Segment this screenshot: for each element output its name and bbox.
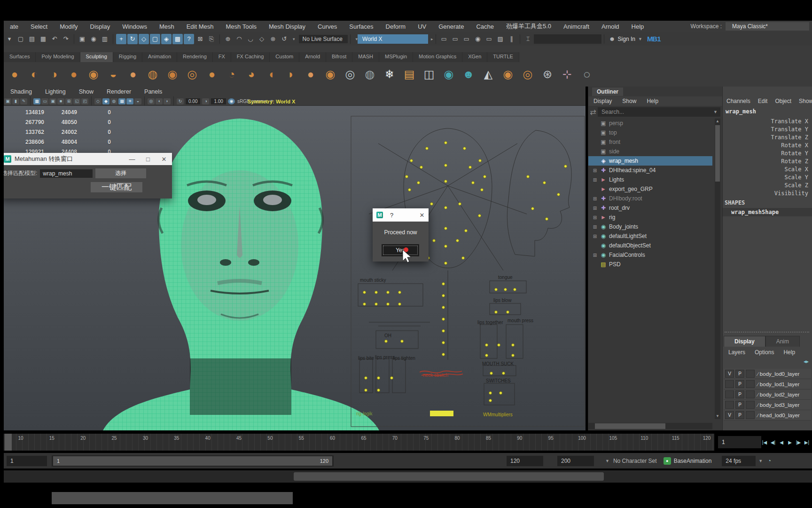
outliner-item-front[interactable]: ▣front (588, 137, 712, 147)
worldx-caret-icon[interactable]: ▸ (431, 37, 433, 41)
snap-plane-icon[interactable]: ◇ (257, 34, 267, 44)
anim-layer-dropdown[interactable]: BaseAnimation (674, 458, 712, 464)
smooth-tool-icon[interactable]: ◐ (25, 65, 44, 84)
outliner-item-psd[interactable]: ▤PSD (588, 260, 712, 269)
sign-in-caret-icon[interactable]: ▼ (638, 37, 642, 41)
channel-scale-x[interactable]: Scale X (723, 166, 810, 174)
foamy-tool-icon[interactable]: ● (124, 65, 142, 84)
facial-control-dot[interactable] (430, 202, 433, 206)
layer-row-body_lod3_layer[interactable]: P∕body_lod3_layer (724, 400, 811, 410)
brain-icon[interactable]: ◌ (578, 65, 596, 84)
facial-control-dot[interactable] (398, 302, 401, 306)
facial-control-dot[interactable] (444, 227, 447, 230)
facial-control-dot[interactable] (442, 306, 445, 309)
panel-menu-renderer[interactable]: Renderer (100, 88, 138, 95)
scale-tool-icon[interactable]: ◇ (139, 34, 149, 44)
sculpt-mask-icon[interactable]: ◭ (479, 65, 498, 84)
step-forward-key-button[interactable]: |▶ (794, 436, 803, 448)
ipr-render-icon[interactable]: ▭ (461, 34, 472, 44)
facial-control-dot[interactable] (444, 245, 447, 248)
proceed-dialog-titlebar[interactable]: M ? ✕ (373, 208, 429, 222)
shelf-tab-rigging[interactable]: Rigging (113, 52, 142, 62)
menu-item-modify[interactable]: Modify (54, 23, 84, 30)
outliner-menu-help[interactable]: Help (641, 98, 664, 104)
gear-pair-icon[interactable]: ⊛ (538, 65, 557, 84)
menu-item-help[interactable]: Help (625, 23, 650, 30)
snap-curve-icon[interactable]: ◠ (234, 34, 244, 44)
facial-control-dot[interactable] (390, 376, 393, 380)
character-set-dropdown[interactable]: No Character Set (613, 458, 657, 464)
go-to-start-button[interactable]: |◀ (760, 436, 769, 448)
pinch-tool-icon[interactable]: ◉ (84, 65, 103, 84)
panel-menu-lighting[interactable]: Lighting (39, 88, 72, 95)
layer-row-body_lod2_layer[interactable]: P∕body_lod2_layer (724, 389, 811, 400)
facial-control-dot[interactable] (511, 343, 515, 347)
image-plane-icon[interactable]: ✎ (20, 98, 27, 104)
shelf-tab-xgen[interactable]: XGen (462, 52, 487, 62)
facial-control-dot[interactable] (442, 329, 445, 333)
playback-toggle[interactable]: P (735, 401, 744, 409)
facial-control-dot[interactable] (564, 165, 567, 168)
perspective-viewport[interactable]: ShadingLightingShowRendererPanels ▣ ▮ ✎ … (4, 87, 586, 430)
facial-control-dot[interactable] (386, 302, 390, 306)
menu-item-display[interactable]: Display (84, 23, 117, 30)
facial-control-dot[interactable] (442, 282, 445, 286)
menu-item-curves[interactable]: Curves (312, 23, 343, 30)
render-view-icon[interactable]: ▭ (439, 34, 449, 44)
menu-item-generate[interactable]: Generate (432, 23, 470, 30)
launch-app-icon[interactable]: ▨ (495, 34, 506, 44)
kinect-icon[interactable]: ◉ (439, 65, 458, 84)
id-card-icon[interactable]: ▤ (400, 65, 419, 84)
facial-control-dot[interactable] (384, 340, 388, 343)
panel-menu-show[interactable]: Show (72, 88, 100, 95)
person-icon[interactable]: ☻ (459, 65, 478, 84)
facial-control-dot[interactable] (478, 159, 482, 162)
facial-control-dot[interactable] (420, 166, 423, 169)
axis-icon[interactable]: ⊹ (558, 65, 577, 84)
menu-item--5-0[interactable]: 劲爆羊工具盒5.0 (500, 22, 557, 31)
save-scene-icon[interactable]: ▦ (38, 34, 48, 44)
channel-menu-object[interactable]: Object (771, 98, 795, 104)
color-swatch[interactable] (746, 390, 755, 398)
facial-control-dot[interactable] (398, 291, 401, 294)
menu-item-mesh-tools[interactable]: Mesh Tools (220, 23, 263, 30)
scrape-tool-icon[interactable]: ◔ (222, 65, 241, 84)
facial-control-dot[interactable] (410, 159, 413, 162)
facial-control-dot[interactable] (489, 399, 492, 402)
facial-control-dot[interactable] (557, 193, 560, 196)
outliner-item-facialcontrols[interactable]: ⊞◉FacialControls (588, 250, 712, 260)
anim-end-field[interactable]: 200 (557, 456, 594, 466)
facial-control-dot[interactable] (506, 310, 509, 314)
outliner-item-lights[interactable]: ⊞►Lights (588, 175, 712, 184)
wireframe-on-shaded-icon[interactable]: ▩ (118, 98, 125, 104)
expand-icon[interactable]: ⊞ (592, 206, 598, 211)
filter-icon[interactable]: ⇄ (588, 108, 598, 117)
snap-grid-icon[interactable]: ⊕ (223, 34, 233, 44)
playback-end-field[interactable]: 120 (507, 456, 543, 466)
facial-control-dot[interactable] (456, 239, 459, 242)
select-by-component-icon[interactable]: ▥ (100, 34, 110, 44)
expand-icon[interactable]: ⊞ (592, 168, 598, 173)
facial-control-dot[interactable] (425, 147, 429, 150)
facial-control-dot[interactable] (511, 354, 515, 357)
facial-control-dot[interactable] (442, 294, 445, 297)
channel-scale-y[interactable]: Scale Y (723, 174, 810, 182)
facial-control-dot[interactable] (444, 262, 447, 265)
workspace-selector[interactable]: Workspace : Maya Classic* (691, 21, 809, 32)
mirror-tool-icon[interactable]: ◫ (420, 65, 438, 84)
sign-in-button[interactable]: Sign In (618, 36, 635, 42)
playback-toggle[interactable]: P (735, 411, 744, 419)
expand-icon[interactable]: ⊞ (592, 215, 598, 220)
snap-caret-icon[interactable]: ▾ (293, 37, 295, 41)
grab-tool-icon[interactable]: ● (64, 65, 83, 84)
move-tool-icon[interactable]: + (116, 34, 126, 44)
snowflake-icon[interactable]: ❄ (380, 65, 399, 84)
shelf-tab-bifrost[interactable]: Bifrost (326, 52, 352, 62)
soft-mod-icon[interactable]: ◈ (161, 34, 172, 44)
channel-menu-edit[interactable]: Edit (754, 98, 772, 104)
bookmark-icon[interactable]: ▮ (12, 98, 19, 104)
shelf-tab-fx[interactable]: FX (213, 52, 231, 62)
collapse-icon[interactable]: ▾ (4, 34, 15, 44)
lighting-icon[interactable]: ☀ (126, 98, 133, 104)
highlight-icon[interactable]: ⎘ (206, 34, 217, 44)
